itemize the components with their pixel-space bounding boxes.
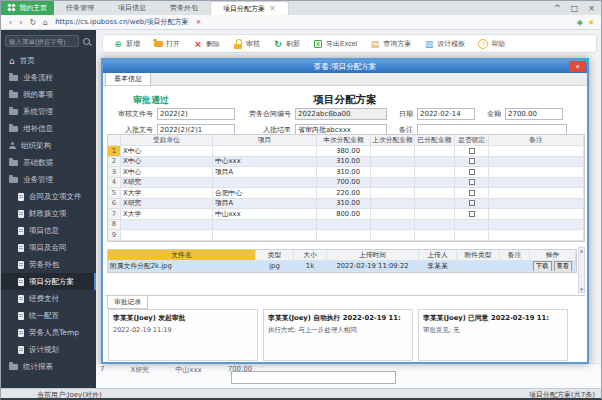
sidebar-item[interactable]: 组织架构 — [1, 137, 96, 154]
maximize-button[interactable]: □ — [571, 4, 579, 13]
sidebar-item[interactable]: 设计规划 — [1, 341, 96, 358]
grid-data-row[interactable]: 3X中心项目A310.00 — [108, 167, 584, 178]
lock-checkbox[interactable] — [469, 190, 475, 196]
grid-data-row[interactable]: 8 — [108, 220, 584, 231]
lock-checkbox[interactable] — [469, 179, 475, 185]
sidebar-item[interactable]: 经费支付 — [1, 290, 96, 307]
lock-checkbox[interactable] — [469, 211, 475, 217]
grid-header-cell[interactable]: 上次分配金额 — [371, 135, 415, 145]
grid-header-cell[interactable]: 受款单位 — [121, 135, 213, 145]
approval-card[interactable]: 李某某(Joey) 已同意 2022-02-19 11:审批意见: 无 — [418, 309, 568, 361]
clear-url-icon[interactable]: × — [196, 18, 202, 26]
grid-data-row[interactable]: 2X中心中心xxx310.00 — [108, 157, 584, 168]
grid-data-row[interactable]: 7X大学中山xxx800.00 — [108, 209, 584, 220]
doc-icon — [18, 329, 24, 337]
browser-tab[interactable]: 任务管理 — [54, 1, 106, 15]
folder-toolbar-button[interactable]: 打开 — [153, 39, 180, 49]
tab-approval-records[interactable]: 审批记录 — [107, 296, 148, 309]
sidebar-item-label: 组织架构 — [21, 141, 51, 151]
sidebar-item[interactable]: 劳务人员Temp — [1, 324, 96, 341]
home-icon[interactable]: ⌂ — [43, 18, 48, 27]
form-field-input[interactable]: 2022-02-14 — [417, 108, 475, 120]
attachment-header-cell[interactable]: 上传时间 — [327, 250, 419, 260]
approval-card[interactable]: 李某某(Joey) 发起审批2022-02-19 11:19 — [108, 309, 258, 361]
sidebar-item[interactable]: 项目信息 — [1, 222, 96, 239]
dialog-body: 审批通过 项目分配方案 审核文件号2022(2)劳务合同编号2022abc6ba… — [103, 86, 587, 364]
lock-cell — [455, 199, 489, 209]
scheme-toolbar-button[interactable]: 查询方案 — [370, 39, 411, 49]
forward-icon[interactable]: › — [19, 18, 22, 27]
attachments-table: 文件名类型大小上传时间上传人附件类型备注操作附属文件分配2k.jpgjpg1k2… — [107, 249, 577, 273]
form-field-input[interactable]: 2022abc6ba00 — [295, 108, 387, 120]
excel-toolbar-button[interactable]: 导出Excel — [313, 39, 357, 49]
attachment-header-cell[interactable]: 备注 — [500, 250, 530, 260]
form-field-input[interactable]: 2022(2) — [157, 108, 235, 120]
attachments-scrollbar[interactable] — [578, 247, 585, 293]
dialog-titlebar[interactable]: 查看:项目分配方案 × — [103, 60, 587, 73]
dialog-close-button[interactable]: × — [569, 61, 586, 72]
attachment-header-cell[interactable]: 类型 — [256, 250, 294, 260]
grid-header-cell[interactable]: 本次分配金额 — [317, 135, 371, 145]
sidebar-item[interactable]: 业务流程 — [1, 69, 96, 86]
sidebar-item[interactable]: 劳务外包 — [1, 256, 96, 273]
menu-search-input[interactable] — [5, 35, 79, 47]
extension-icon[interactable]: ◈ — [577, 18, 583, 27]
bookmark-star-icon[interactable]: ★ — [588, 18, 595, 27]
download-button[interactable]: 下载 — [533, 261, 552, 271]
lock-checkbox[interactable] — [469, 200, 475, 206]
sidebar-item[interactable]: 统一配置 — [1, 307, 96, 324]
search-icon[interactable] — [83, 38, 90, 45]
form-field-input[interactable]: 2700.00 — [505, 108, 563, 120]
sidebar-item[interactable]: 基础数据 — [1, 154, 96, 171]
help-toolbar-button[interactable]: 帮助 — [478, 39, 505, 49]
attachment-header-cell[interactable]: 附件类型 — [457, 250, 500, 260]
refresh-icon[interactable]: ↻ — [29, 18, 36, 27]
tab-home[interactable]: 我的主页 — [1, 1, 54, 15]
grid-data-row[interactable]: 4X研究700.00 — [108, 178, 584, 189]
template-toolbar-button[interactable]: 设计模板 — [424, 39, 465, 49]
grid-header-cell[interactable]: 项目 — [213, 135, 317, 145]
browser-tab[interactable]: 劳务外包 — [158, 1, 210, 15]
refresh-toolbar-button[interactable]: 刷新 — [273, 39, 300, 49]
lock-checkbox[interactable] — [469, 169, 475, 175]
grid-header-cell[interactable]: 备注 — [489, 135, 584, 145]
sidebar-item[interactable]: 首页 — [1, 52, 96, 69]
attachment-header-cell[interactable]: 操作 — [530, 250, 576, 260]
sidebar-item[interactable]: 项目分配方案 — [1, 273, 96, 290]
approval-card[interactable]: 李某某(Joey) 自动执行 2022-02-19 11:执行方式: 与上一步处… — [263, 309, 413, 361]
delete-toolbar-button[interactable]: 删除 — [193, 39, 220, 49]
sidebar-item[interactable]: 统计报表 — [1, 358, 96, 375]
plus-toolbar-button[interactable]: 新增 — [113, 39, 140, 49]
background-filter-input[interactable] — [231, 371, 396, 384]
url-text[interactable]: https://cs.ipuboss.cn/web/项目分配方案 — [55, 17, 188, 27]
grid-data-row[interactable]: 6X研究项目A310.00 — [108, 199, 584, 210]
attachment-header-cell[interactable]: 文件名 — [108, 250, 256, 260]
grid-data-row[interactable]: 9 — [108, 230, 584, 241]
browser-tab[interactable]: 项目信息 — [106, 1, 158, 15]
grid-header-cell[interactable]: 是否锁定 — [455, 135, 489, 145]
tab-close-icon[interactable]: × — [269, 4, 276, 13]
sidebar-item[interactable]: 项目及合同 — [1, 239, 96, 256]
sidebar-item[interactable]: 财政拨立项 — [1, 205, 96, 222]
attachment-row[interactable]: 附属文件分配2k.jpgjpg1k2022-02-19 11:09:22李某某下… — [108, 261, 576, 272]
grid-header-cell[interactable]: 已分配金额 — [415, 135, 455, 145]
grid-data-row[interactable]: 1X中心380.00 — [108, 146, 584, 157]
sidebar-item[interactable]: 系统管理 — [1, 103, 96, 120]
back-icon[interactable]: ‹ — [9, 18, 12, 27]
sidebar-item[interactable]: 增补信息 — [1, 120, 96, 137]
sidebar-item[interactable]: 我的事项 — [1, 86, 96, 103]
tab-basic-info[interactable]: 基本信息 — [105, 72, 151, 85]
sidebar-item[interactable]: 合同及立项文件 — [1, 188, 96, 205]
close-window-button[interactable]: × — [588, 4, 595, 13]
grid-data-row[interactable]: 5X大学合肥中心220.00 — [108, 188, 584, 199]
browser-tab[interactable]: 项目分配方案× — [210, 1, 289, 15]
attachment-header-cell[interactable]: 大小 — [294, 250, 327, 260]
lock-toolbar-button[interactable]: 审核 — [233, 39, 260, 49]
sidebar-item[interactable]: 业务管理 — [1, 171, 96, 188]
attachment-header-cell[interactable]: 上传人 — [419, 250, 457, 260]
lock-checkbox[interactable] — [469, 158, 475, 164]
minimize-button[interactable]: ^ — [554, 4, 561, 13]
lock-checkbox[interactable] — [469, 148, 475, 154]
view-button[interactable]: 查看 — [554, 261, 573, 271]
sidebar-item-label: 设计规划 — [29, 345, 59, 355]
